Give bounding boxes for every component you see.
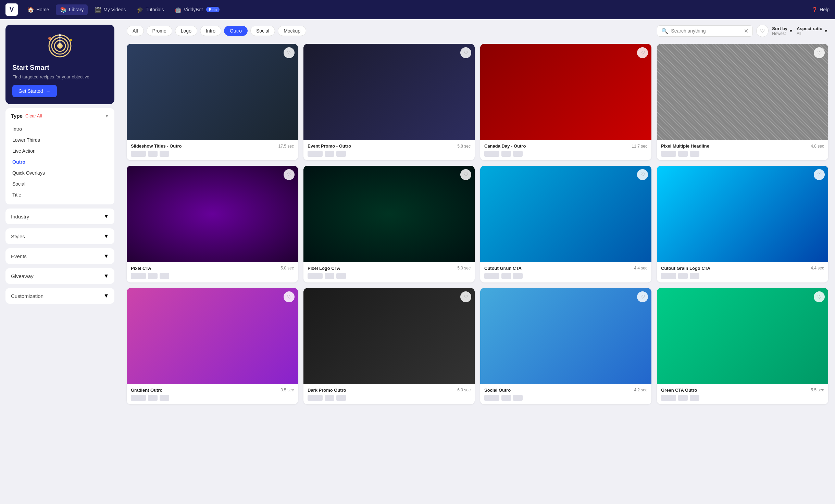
favorites-button[interactable]: ♡	[756, 25, 769, 37]
card-preview-button[interactable]	[661, 273, 676, 279]
filter-item-live-action[interactable]: Live Action	[11, 146, 109, 156]
card-size-button-2[interactable]	[513, 151, 523, 157]
card-size-button-2[interactable]	[690, 395, 699, 401]
card-preview-button[interactable]	[484, 151, 499, 157]
card-size-button-2[interactable]	[336, 395, 346, 401]
card-controls	[661, 273, 824, 279]
card-favorite-button[interactable]: ♡	[460, 47, 471, 58]
search-close-icon[interactable]: ✕	[744, 28, 748, 34]
nav-tutorials[interactable]: 🎓 Tutorials	[133, 4, 168, 15]
card-size-button-1[interactable]	[501, 273, 511, 279]
card-size-button-1[interactable]	[148, 273, 158, 279]
filter-item-social[interactable]: Social	[11, 178, 109, 189]
card-size-button-1[interactable]	[148, 151, 158, 157]
card-size-button-1[interactable]	[678, 395, 688, 401]
card-title: Cutout Grain CTA	[484, 266, 522, 271]
card-preview-button[interactable]	[308, 395, 323, 401]
tag-mockup[interactable]: Mockup	[278, 26, 306, 36]
card-card-2[interactable]: ♡ Event Promo - Outro 5.8 sec	[303, 44, 475, 160]
card-preview-button[interactable]	[661, 151, 676, 157]
card-preview-button[interactable]	[308, 151, 323, 157]
card-favorite-button[interactable]: ♡	[637, 47, 648, 58]
card-preview-button[interactable]	[484, 395, 499, 401]
nav-home[interactable]: 🏠 Home	[23, 4, 53, 15]
nav-myvideos[interactable]: 🎬 My Videos	[90, 4, 130, 15]
card-size-button-1[interactable]	[325, 395, 334, 401]
events-header[interactable]: Events ▼	[5, 248, 114, 264]
card-card-8[interactable]: ♡ Cutout Grain Logo CTA 4.4 sec	[657, 166, 828, 282]
card-card-9[interactable]: ♡ Gradient Outro 3.5 sec	[127, 288, 298, 404]
card-size-button-1[interactable]	[501, 151, 511, 157]
industry-header[interactable]: Industry ▼	[5, 209, 114, 224]
card-size-button-1[interactable]	[501, 395, 511, 401]
giveaway-header[interactable]: Giveaway ▼	[5, 268, 114, 284]
card-preview-button[interactable]	[131, 395, 146, 401]
tag-intro[interactable]: Intro	[200, 26, 221, 36]
card-size-button-2[interactable]	[513, 273, 523, 279]
search-input[interactable]	[671, 28, 741, 34]
card-card-10[interactable]: ♡ Dark Promo Outro 6.0 sec	[303, 288, 475, 404]
card-preview-button[interactable]	[484, 273, 499, 279]
card-size-button-2[interactable]	[336, 151, 346, 157]
filter-item-title[interactable]: Title	[11, 189, 109, 200]
tag-all[interactable]: All	[127, 26, 144, 36]
tag-social[interactable]: Social	[250, 26, 275, 36]
card-size-button-1[interactable]	[678, 273, 688, 279]
card-favorite-button[interactable]: ♡	[284, 169, 295, 180]
filter-item-intro[interactable]: Intro	[11, 124, 109, 135]
card-favorite-button[interactable]: ♡	[460, 169, 471, 180]
card-size-button-2[interactable]	[336, 273, 346, 279]
card-size-button-1[interactable]	[325, 151, 334, 157]
card-preview-button[interactable]	[661, 395, 676, 401]
card-preview-button[interactable]	[131, 273, 146, 279]
card-size-button-1[interactable]	[325, 273, 334, 279]
customization-header[interactable]: Customization ▼	[5, 288, 114, 304]
aspect-dropdown[interactable]: Aspect ratio All ▼	[797, 26, 828, 36]
card-card-11[interactable]: ♡ Social Outro 4.2 sec	[480, 288, 651, 404]
card-preview-button[interactable]	[131, 151, 146, 157]
card-size-button-1[interactable]	[678, 151, 688, 157]
card-size-button-2[interactable]	[513, 395, 523, 401]
tag-promo[interactable]: Promo	[147, 26, 172, 36]
library-icon: 📚	[60, 7, 67, 13]
card-row: Canada Day - Outro 11.7 sec	[484, 143, 647, 149]
filter-item-quick-overlays[interactable]: Quick Overlays	[11, 167, 109, 178]
card-favorite-button[interactable]: ♡	[814, 47, 825, 58]
card-favorite-button[interactable]: ♡	[284, 47, 295, 58]
card-size-button-1[interactable]	[148, 395, 158, 401]
filter-item-outro[interactable]: Outro	[11, 156, 109, 167]
card-controls	[484, 395, 647, 401]
card-info: Pixel Logo CTA 5.0 sec	[303, 262, 475, 282]
card-favorite-button[interactable]: ♡	[284, 291, 295, 302]
card-favorite-button[interactable]: ♡	[637, 169, 648, 180]
card-preview-button[interactable]	[308, 273, 323, 279]
card-favorite-button[interactable]: ♡	[460, 291, 471, 302]
card-size-button-2[interactable]	[160, 395, 169, 401]
type-filter-clear[interactable]: Clear All	[25, 113, 42, 118]
nav-library[interactable]: 📚 Library	[56, 4, 88, 15]
tag-logo[interactable]: Logo	[175, 26, 197, 36]
card-size-button-2[interactable]	[690, 151, 699, 157]
search-box[interactable]: 🔍 ✕	[657, 25, 753, 37]
card-card-7[interactable]: ♡ Cutout Grain CTA 4.4 sec	[480, 166, 651, 282]
filter-item-lower-thirds[interactable]: Lower Thirds	[11, 135, 109, 146]
card-card-1[interactable]: ♡ Slideshow Titles - Outro 17.5 sec	[127, 44, 298, 160]
get-started-button[interactable]: Get Started →	[12, 85, 57, 97]
card-favorite-button[interactable]: ♡	[814, 169, 825, 180]
card-card-6[interactable]: ♡ Pixel Logo CTA 5.0 sec	[303, 166, 475, 282]
sort-dropdown[interactable]: Sort by Newest ▼	[772, 26, 793, 36]
card-size-button-2[interactable]	[690, 273, 699, 279]
styles-header[interactable]: Styles ▼	[5, 228, 114, 244]
card-favorite-button[interactable]: ♡	[814, 291, 825, 302]
card-card-4[interactable]: ♡ Pixel Multiple Headline 4.8 sec	[657, 44, 828, 160]
tag-outro[interactable]: Outro	[224, 26, 248, 36]
card-favorite-button[interactable]: ♡	[637, 291, 648, 302]
card-card-3[interactable]: ♡ Canada Day - Outro 11.7 sec	[480, 44, 651, 160]
card-size-button-2[interactable]	[160, 273, 169, 279]
nav-viddybot[interactable]: 🤖 ViddyBot Beta	[171, 4, 223, 15]
card-card-12[interactable]: ♡ Green CTA Outro 5.5 sec	[657, 288, 828, 404]
card-card-5[interactable]: ♡ Pixel CTA 5.0 sec	[127, 166, 298, 282]
type-filter-header[interactable]: Type Clear All ▼	[5, 108, 114, 124]
card-size-button-2[interactable]	[160, 151, 169, 157]
nav-help[interactable]: ❓ Help	[812, 7, 830, 12]
